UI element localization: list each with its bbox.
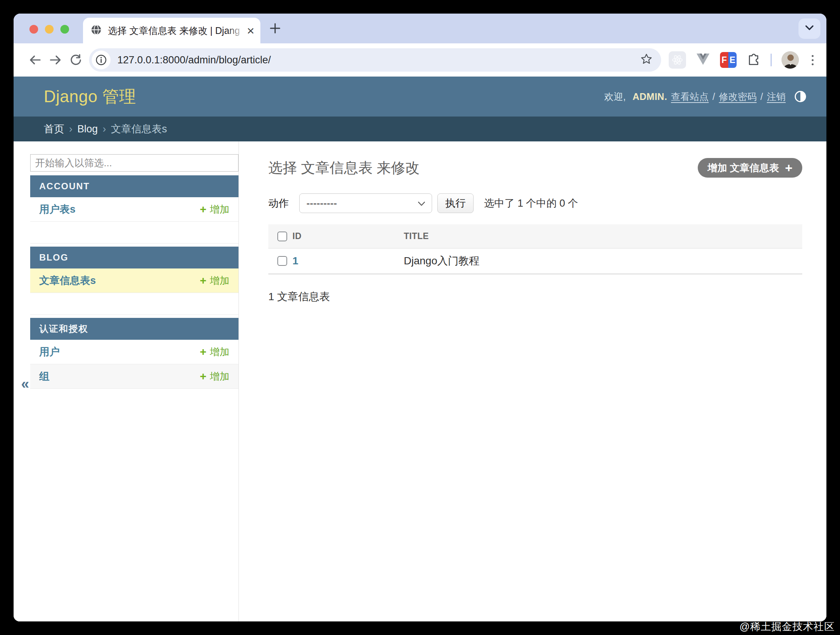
plus-icon: + <box>200 203 207 215</box>
add-link[interactable]: + 增加 <box>200 345 229 359</box>
theme-toggle-icon[interactable] <box>795 91 806 102</box>
back-button[interactable] <box>25 50 45 70</box>
tab-search-button[interactable] <box>799 19 820 39</box>
breadcrumb: 首页 › Blog › 文章信息表s <box>14 117 826 142</box>
module-caption: 认证和授权 <box>30 318 238 340</box>
module-caption: ACCOUNT <box>30 175 238 197</box>
model-link[interactable]: 文章信息表s <box>39 274 96 287</box>
result-table: ID TITLE 1 Django入门教程 <box>268 224 802 274</box>
screenshot-stage: 选择 文章信息表 来修改 | Djang × <box>0 0 840 635</box>
table-header-row: ID TITLE <box>268 224 802 249</box>
sidebar-module-account: ACCOUNT 用户表s + 增加 <box>30 175 238 244</box>
page-title: 选择 文章信息表 来修改 <box>268 158 420 178</box>
model-link[interactable]: 用户 <box>39 345 60 359</box>
sidebar-item-groups[interactable]: 组 + 增加 <box>30 364 238 389</box>
zoom-window-button[interactable] <box>60 25 69 33</box>
add-article-button[interactable]: 增加 文章信息表 + <box>698 158 802 178</box>
logout-link[interactable]: 注销 <box>767 90 786 103</box>
vue-devtools-icon[interactable] <box>696 53 710 67</box>
extension-cluster: F E <box>669 51 816 69</box>
sidebar-filter-input[interactable] <box>30 154 238 172</box>
close-window-button[interactable] <box>30 25 38 33</box>
select-all-checkbox[interactable] <box>277 232 287 241</box>
new-tab-button[interactable] <box>269 22 281 36</box>
fe-helper-icon[interactable]: F E <box>720 52 737 68</box>
plus-icon: + <box>200 371 207 382</box>
globe-favicon-icon <box>90 24 102 37</box>
action-select[interactable]: --------- <box>299 194 432 213</box>
forward-button[interactable] <box>45 50 66 70</box>
model-link[interactable]: 用户表s <box>39 202 76 216</box>
add-link[interactable]: + 增加 <box>200 370 229 383</box>
execute-button[interactable]: 执行 <box>437 194 474 213</box>
active-tab[interactable]: 选择 文章信息表 来修改 | Djang × <box>83 18 261 43</box>
sidebar-item-usertable[interactable]: 用户表s + 增加 <box>30 197 238 222</box>
admin-header: Django 管理 欢迎, ADMIN. 查看站点 / 修改密码 / 注销 <box>14 77 826 117</box>
result-count: 1 文章信息表 <box>268 290 802 304</box>
url-text[interactable]: 127.0.0.1:8000/admin/blog/article/ <box>117 54 640 66</box>
row-title: Django入门教程 <box>404 254 802 268</box>
tab-title: 选择 文章信息表 来修改 | Djang <box>108 25 245 37</box>
reload-button[interactable] <box>66 50 86 70</box>
sidebar-item-users[interactable]: 用户 + 增加 <box>30 340 238 364</box>
username: ADMIN. <box>632 91 667 102</box>
react-devtools-icon[interactable] <box>669 51 686 69</box>
sidebar-item-article[interactable]: 文章信息表s + 增加 <box>30 268 238 293</box>
browser-toolbar: 127.0.0.1:8000/admin/blog/article/ <box>14 43 826 77</box>
browser-menu-kebab-icon[interactable] <box>809 55 816 65</box>
tab-title-fade <box>227 25 245 37</box>
column-header-id[interactable]: ID <box>292 231 404 241</box>
watermark-text: @稀土掘金技术社区 <box>740 620 835 633</box>
plus-icon: + <box>200 346 207 358</box>
chevron-down-icon <box>417 198 426 209</box>
admin-content: « ACCOUNT 用户表s + 增加 BLOG <box>14 142 826 621</box>
tab-close-icon[interactable]: × <box>247 24 254 37</box>
model-link[interactable]: 组 <box>39 370 49 383</box>
add-link[interactable]: + 增加 <box>200 274 229 287</box>
nav-sidebar: ACCOUNT 用户表s + 增加 BLOG 文章信息表s <box>30 142 239 621</box>
module-spacer <box>30 222 238 244</box>
row-checkbox[interactable] <box>277 256 287 266</box>
plus-icon: + <box>785 161 793 174</box>
sidebar-module-auth: 认证和授权 用户 + 增加 组 + 增加 <box>30 318 238 389</box>
module-caption: BLOG <box>30 247 238 268</box>
breadcrumb-current: 文章信息表s <box>111 122 167 136</box>
action-select-value: --------- <box>306 198 337 209</box>
table-row: 1 Django入门教程 <box>268 249 802 273</box>
tab-strip: 选择 文章信息表 来修改 | Djang × <box>14 14 826 43</box>
window-controls <box>30 25 69 33</box>
user-tools: 欢迎, ADMIN. 查看站点 / 修改密码 / 注销 <box>604 90 806 103</box>
column-header-title[interactable]: TITLE <box>404 231 802 241</box>
selection-status: 选中了 1 个中的 0 个 <box>484 197 578 210</box>
change-password-link[interactable]: 修改密码 <box>719 90 756 103</box>
toolbar-separator <box>771 54 772 66</box>
site-info-button[interactable] <box>92 50 111 69</box>
plus-icon: + <box>200 275 207 286</box>
action-label: 动作 <box>268 197 289 210</box>
sidebar-module-blog: BLOG 文章信息表s + 增加 <box>30 247 238 315</box>
address-bar[interactable]: 127.0.0.1:8000/admin/blog/article/ <box>89 48 661 72</box>
welcome-text: 欢迎, <box>604 90 626 103</box>
view-site-link[interactable]: 查看站点 <box>671 90 709 103</box>
actions-bar: 动作 --------- 执行 选中了 1 个中的 0 个 <box>268 194 802 213</box>
module-spacer <box>30 293 238 315</box>
browser-window: 选择 文章信息表 来修改 | Djang × <box>14 14 826 621</box>
bookmark-star-icon[interactable] <box>640 53 653 67</box>
sidebar-collapse-toggle[interactable]: « <box>21 376 29 392</box>
add-link[interactable]: + 增加 <box>200 203 229 216</box>
minimize-window-button[interactable] <box>45 25 54 33</box>
changelist-main: 选择 文章信息表 来修改 增加 文章信息表 + 动作 --------- <box>239 142 826 621</box>
extensions-puzzle-icon[interactable] <box>747 52 761 68</box>
profile-avatar[interactable] <box>782 51 799 69</box>
breadcrumb-home-link[interactable]: 首页 <box>44 122 64 136</box>
breadcrumb-app-link[interactable]: Blog <box>77 123 98 135</box>
site-name[interactable]: Django 管理 <box>44 86 136 108</box>
row-id-link[interactable]: 1 <box>292 255 298 266</box>
chevron-down-icon <box>805 25 814 33</box>
